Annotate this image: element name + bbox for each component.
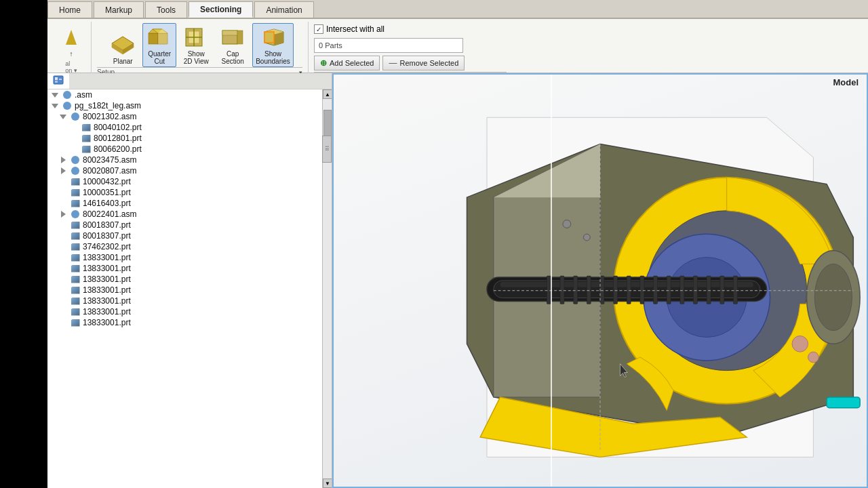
tab-sectioning[interactable]: Sectioning <box>189 1 253 18</box>
tree-item[interactable]: 13833001.prt <box>47 285 332 296</box>
svg-rect-17 <box>222 30 237 35</box>
tab-bar: Home Markup Tools Sectioning Animation <box>47 0 868 19</box>
tree-item[interactable]: 14616403.prt <box>47 198 332 209</box>
tab-tools[interactable]: Tools <box>145 1 187 18</box>
tree-item[interactable]: 80018307.prt <box>47 230 332 241</box>
tree-expand-icon <box>58 177 68 186</box>
tree-item-label: 37462302.prt <box>83 242 131 251</box>
asm-icon <box>71 112 80 121</box>
svg-rect-52 <box>734 276 738 304</box>
svg-point-59 <box>808 352 819 363</box>
tree-item[interactable]: 13833001.prt <box>47 306 332 317</box>
left-button-icon <box>58 25 85 49</box>
svg-rect-46 <box>654 276 658 304</box>
tree-item-label: 80023475.asm <box>83 155 136 165</box>
btn-cap-section[interactable]: CapSection <box>216 23 250 67</box>
tree-item[interactable]: 80040102.prt <box>47 122 332 133</box>
add-icon: ⊕ <box>320 58 327 68</box>
intersect-checkbox-row: ✓ Intersect with all <box>314 24 507 34</box>
prt-icon <box>71 199 80 208</box>
intersect-checkbox[interactable]: ✓ <box>314 24 323 34</box>
tree-item[interactable]: 80022401.asm <box>47 209 332 220</box>
svg-rect-25 <box>55 77 58 80</box>
tree-item-label: 80012801.prt <box>94 134 142 143</box>
prt-icon <box>81 144 91 154</box>
tree-item-label: 13833001.prt <box>83 264 131 273</box>
tree-tab-icon <box>53 75 64 85</box>
model-viewport[interactable]: Model <box>334 75 867 487</box>
parts-value: 0 Parts <box>319 41 342 49</box>
tree-expand-icon <box>58 155 68 165</box>
panel-tab-tree[interactable] <box>47 73 69 89</box>
btn-arrow-left[interactable]: ↑ <box>54 23 88 60</box>
asm-icon <box>71 166 80 176</box>
tree-item[interactable]: 37462302.prt <box>47 241 332 252</box>
asm-icon <box>71 209 80 219</box>
tree-item-label: 10000351.prt <box>83 188 131 197</box>
tree-expand-icon <box>69 144 79 154</box>
prt-icon <box>71 220 80 230</box>
btn-show-2d[interactable]: Show2D View <box>179 23 213 67</box>
prt-icon <box>71 285 80 295</box>
tree-item[interactable]: 80023475.asm <box>47 155 332 165</box>
tree-item[interactable]: 10000432.prt <box>47 176 332 187</box>
asm-icon <box>62 90 72 100</box>
show-boundaries-icon <box>260 25 287 49</box>
svg-point-57 <box>583 234 590 241</box>
quarter-cut-icon <box>146 25 173 49</box>
asm-icon <box>62 101 72 110</box>
tree-expand-icon <box>58 199 68 208</box>
tab-home[interactable]: Home <box>47 1 92 18</box>
tree-item-label: 80020807.asm <box>83 166 136 176</box>
svg-rect-44 <box>627 276 631 304</box>
tree-item[interactable]: pg_s182t_leg.asm <box>47 100 332 111</box>
tree-item[interactable]: 80018307.prt <box>47 220 332 230</box>
svg-rect-26 <box>55 81 58 83</box>
add-selected-button[interactable]: ⊕ Add Selected <box>314 56 380 70</box>
scroll-thumb[interactable] <box>323 110 332 137</box>
parts-field[interactable]: 0 Parts <box>314 38 463 53</box>
tree-item[interactable]: 80066200.prt <box>47 144 332 155</box>
tree-item[interactable]: 13833001.prt <box>47 274 332 285</box>
svg-rect-41 <box>587 276 591 304</box>
tree-item-label: .asm <box>75 90 92 100</box>
tree-container[interactable]: .asm pg_s182t_leg.asm 80021302.asm <box>47 89 332 488</box>
cap-section-icon <box>219 25 246 49</box>
planar-label: Planar <box>113 58 133 65</box>
tree-expand-icon <box>69 123 79 132</box>
tree-item[interactable]: .asm <box>47 89 332 100</box>
prt-icon <box>71 253 80 262</box>
tree-item[interactable]: 13833001.prt <box>47 317 332 328</box>
svg-point-54 <box>814 264 852 330</box>
svg-marker-11 <box>158 33 167 44</box>
tree-item[interactable]: 10000351.prt <box>47 187 332 198</box>
btn-quarter-cut[interactable]: QuarterCut <box>142 23 176 67</box>
tree-item[interactable]: 13833001.prt <box>47 296 332 306</box>
svg-rect-22 <box>264 32 274 43</box>
tab-animation[interactable]: Animation <box>254 1 313 18</box>
prt-icon <box>71 231 80 241</box>
tree-item[interactable]: 13833001.prt <box>47 252 332 263</box>
scroll-up-button[interactable]: ▲ <box>323 89 332 99</box>
tree-item[interactable]: 80020807.asm <box>47 165 332 176</box>
tab-markup[interactable]: Markup <box>94 1 144 18</box>
btn-planar[interactable]: Planar <box>106 30 140 67</box>
intersect-label: Intersect with all <box>326 24 384 34</box>
scroll-down-button[interactable]: ▼ <box>323 479 332 488</box>
tree-item[interactable]: 80012801.prt <box>47 133 332 144</box>
prt-icon <box>71 264 80 273</box>
btn-show-boundaries[interactable]: ShowBoundaries <box>252 23 294 67</box>
tree-expand-icon <box>58 264 68 273</box>
tree-expand-icon <box>58 285 68 295</box>
tree-item[interactable]: 80021302.asm <box>47 111 332 122</box>
tree-item[interactable]: 13833001.prt <box>47 263 332 274</box>
svg-rect-48 <box>680 276 684 304</box>
tree-item-label: 80018307.prt <box>83 231 131 241</box>
tree-item-label: 80040102.prt <box>94 123 142 132</box>
resize-handle[interactable]: ⠿ <box>322 136 332 163</box>
tree-expand-icon <box>58 188 68 197</box>
tree-expand-icon <box>58 112 68 121</box>
svg-point-56 <box>563 220 571 228</box>
tree-expand-icon <box>58 220 68 230</box>
remove-selected-button[interactable]: — Remove Selected <box>382 56 465 70</box>
